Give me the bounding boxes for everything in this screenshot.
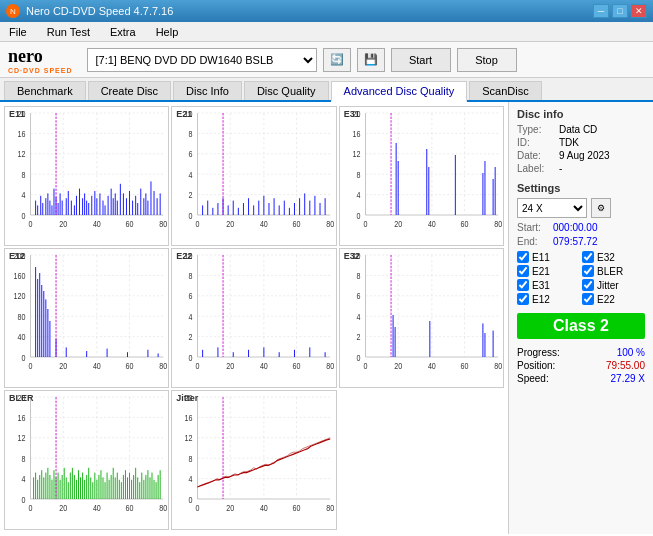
disc-id-key: ID:	[517, 137, 555, 148]
svg-text:8: 8	[21, 170, 25, 180]
checkbox-e12-input[interactable]	[517, 293, 529, 305]
svg-text:40: 40	[260, 219, 269, 229]
svg-text:60: 60	[293, 219, 302, 229]
speed-icon-btn[interactable]: ⚙	[591, 198, 611, 218]
end-time-row: End: 079:57.72	[517, 236, 645, 247]
svg-text:4: 4	[356, 312, 361, 322]
checkbox-jitter-input[interactable]	[582, 279, 594, 291]
checkbox-e21-input[interactable]	[517, 265, 529, 277]
disc-id-row: ID: TDK	[517, 137, 645, 148]
stop-button[interactable]: Stop	[457, 48, 517, 72]
svg-text:2: 2	[189, 191, 193, 201]
chart-e22-label: E22	[176, 251, 192, 261]
svg-text:80: 80	[494, 219, 503, 229]
svg-text:12: 12	[352, 150, 360, 160]
svg-text:16: 16	[352, 129, 360, 139]
progress-section: Progress: 100 % Position: 79:55.00 Speed…	[517, 347, 645, 384]
svg-text:60: 60	[126, 361, 135, 371]
info-panel: Disc info Type: Data CD ID: TDK Date: 9 …	[508, 102, 653, 534]
progress-row: Progress: 100 %	[517, 347, 645, 358]
chart-e32: E32 10 8 6 4 2 0 0 20 40 60 80	[339, 248, 504, 388]
svg-text:40: 40	[428, 219, 437, 229]
start-time-row: Start: 000:00.00	[517, 222, 645, 233]
svg-text:6: 6	[189, 292, 193, 302]
checkbox-e31[interactable]: E31	[517, 279, 580, 291]
svg-text:4: 4	[189, 170, 194, 180]
speed-val: 27.29 X	[611, 373, 645, 384]
chart-bler-label: BLER	[9, 393, 34, 403]
close-button[interactable]: ✕	[631, 4, 647, 18]
refresh-button[interactable]: 🔄	[323, 48, 351, 72]
svg-text:60: 60	[126, 219, 135, 229]
svg-text:80: 80	[327, 219, 336, 229]
checkbox-e11[interactable]: E11	[517, 251, 580, 263]
tab-disc-info[interactable]: Disc Info	[173, 81, 242, 100]
drive-select[interactable]: [7:1] BENQ DVD DD DW1640 BSLB	[87, 48, 317, 72]
maximize-button[interactable]: □	[612, 4, 628, 18]
svg-text:4: 4	[356, 191, 361, 201]
checkbox-e21-label: E21	[532, 266, 550, 277]
checkbox-e12[interactable]: E12	[517, 293, 580, 305]
chart-e21-label: E21	[176, 109, 192, 119]
disc-type-row: Type: Data CD	[517, 124, 645, 135]
svg-text:0: 0	[356, 211, 361, 221]
menu-extra[interactable]: Extra	[105, 25, 141, 39]
start-button[interactable]: Start	[391, 48, 451, 72]
svg-text:0: 0	[21, 211, 26, 221]
svg-text:40: 40	[93, 503, 102, 513]
svg-text:120: 120	[14, 292, 27, 302]
tab-benchmark[interactable]: Benchmark	[4, 81, 86, 100]
start-label: Start:	[517, 222, 549, 233]
tab-create-disc[interactable]: Create Disc	[88, 81, 171, 100]
app-logo: nero CD·DVD SPEED	[8, 46, 73, 74]
menu-file[interactable]: File	[4, 25, 32, 39]
svg-text:2: 2	[189, 333, 193, 343]
progress-val: 100 %	[617, 347, 645, 358]
svg-text:60: 60	[293, 361, 302, 371]
tab-advanced-disc-quality[interactable]: Advanced Disc Quality	[331, 81, 468, 102]
disc-type-key: Type:	[517, 124, 555, 135]
menu-help[interactable]: Help	[151, 25, 184, 39]
menu-run-test[interactable]: Run Test	[42, 25, 95, 39]
svg-text:0: 0	[29, 361, 34, 371]
checkbox-e32[interactable]: E32	[582, 251, 645, 263]
chart-e22: E22 10 8 6 4 2 0 0 20 40 60 80	[171, 248, 336, 388]
svg-text:4: 4	[189, 475, 194, 485]
svg-text:0: 0	[29, 503, 34, 513]
checkbox-e11-input[interactable]	[517, 251, 529, 263]
checkbox-e32-input[interactable]	[582, 251, 594, 263]
checkbox-bler-label: BLER	[597, 266, 623, 277]
checkbox-bler-input[interactable]	[582, 265, 594, 277]
svg-text:40: 40	[17, 333, 26, 343]
checkbox-e22-input[interactable]	[582, 293, 594, 305]
checkbox-jitter[interactable]: Jitter	[582, 279, 645, 291]
chart-e21: E21 10 8 6 4 2 0 0 20 40 60 80	[171, 106, 336, 246]
svg-text:60: 60	[126, 503, 135, 513]
svg-text:0: 0	[363, 361, 368, 371]
svg-text:60: 60	[293, 503, 302, 513]
svg-text:20: 20	[227, 503, 236, 513]
tab-scan-disc[interactable]: ScanDisc	[469, 81, 541, 100]
svg-text:40: 40	[428, 361, 437, 371]
svg-text:60: 60	[460, 219, 469, 229]
toolbar: nero CD·DVD SPEED [7:1] BENQ DVD DD DW16…	[0, 42, 653, 78]
svg-text:8: 8	[189, 271, 193, 281]
checkbox-e31-input[interactable]	[517, 279, 529, 291]
disc-info-title: Disc info	[517, 108, 645, 120]
chart-e12-label: E12	[9, 251, 25, 261]
settings-section: Settings 24 X ⚙ Start: 000:00.00 End: 07…	[517, 182, 645, 305]
minimize-button[interactable]: ─	[593, 4, 609, 18]
chart-jitter: Jitter 20 16 12 8 4 0 0 20 40 60 80	[171, 390, 336, 530]
svg-text:4: 4	[189, 312, 194, 322]
title-bar: N Nero CD-DVD Speed 4.7.7.16 ─ □ ✕	[0, 0, 653, 22]
svg-text:2: 2	[356, 333, 360, 343]
svg-text:8: 8	[189, 129, 193, 139]
tab-disc-quality[interactable]: Disc Quality	[244, 81, 329, 100]
checkbox-e22-label: E22	[597, 294, 615, 305]
checkbox-e22[interactable]: E22	[582, 293, 645, 305]
checkbox-e21[interactable]: E21	[517, 265, 580, 277]
speed-select[interactable]: 24 X	[517, 198, 587, 218]
logo-nero: nero	[8, 46, 73, 67]
save-button[interactable]: 💾	[357, 48, 385, 72]
checkbox-bler[interactable]: BLER	[582, 265, 645, 277]
